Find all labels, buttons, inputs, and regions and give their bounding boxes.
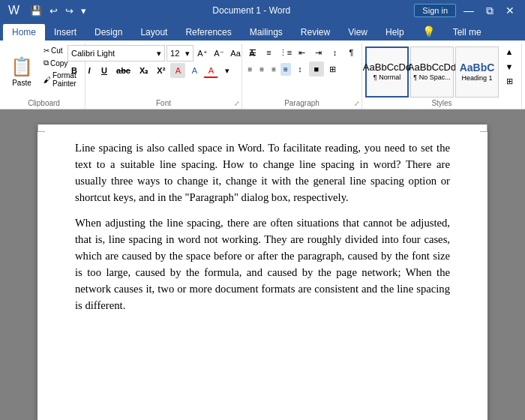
style-normal-preview: AaBbCcDd	[363, 62, 411, 72]
save-icon[interactable]: 💾	[28, 5, 44, 16]
paragraph-group: ☰ ≡ ⋮≡ ⇤ ⇥ ↕ ¶ ≡ ≡ ≡ ≡ ↕ ■ ⊞ Paragraph ⤢	[242, 44, 362, 109]
title-bar: W 💾 ↩ ↪ ▾ Document 1 - Word Sign in — ⧉ …	[0, 0, 525, 21]
paragraph-controls: ☰ ≡ ⋮≡ ⇤ ⇥ ↕ ¶ ≡ ≡ ≡ ≡ ↕ ■ ⊞	[245, 45, 359, 76]
font-controls: Calibri Light ▾ 12 ▾ A⁺ A⁻ Aa A B I U ab…	[68, 45, 260, 78]
style-no-space[interactable]: AaBbCcDd ¶ No Spac...	[410, 46, 454, 98]
decrease-font-button[interactable]: A⁻	[212, 46, 226, 61]
font-color-dropdown[interactable]: ▾	[220, 63, 235, 78]
styles-up-button[interactable]: ▲	[502, 44, 517, 59]
bullets-button[interactable]: ☰	[245, 45, 260, 60]
styles-expand-button[interactable]: ⊞	[502, 74, 517, 89]
underline-button[interactable]: U	[98, 64, 111, 76]
corner-mark-tl	[38, 124, 45, 132]
strikethrough-button[interactable]: abc	[112, 64, 134, 76]
corner-mark-tr	[480, 124, 488, 132]
tab-insert[interactable]: Insert	[45, 24, 86, 40]
document-area: Line spacing is also called space in Wor…	[0, 110, 525, 420]
font-group-label: Font	[86, 99, 242, 107]
text-highlight-button[interactable]: A	[187, 63, 202, 78]
align-justify-button[interactable]: ≡	[280, 63, 291, 76]
word-icon: W	[6, 4, 22, 17]
document-paragraph-2: When adjusting the line spacing, there a…	[75, 214, 450, 314]
tab-review[interactable]: Review	[292, 24, 339, 40]
font-format-row: B I U abc X₂ X² A A A ▾	[68, 63, 260, 78]
sort-button[interactable]: ↕	[328, 45, 343, 60]
subscript-button[interactable]: X₂	[136, 64, 152, 77]
style-heading1[interactable]: AaBbC Heading 1	[455, 46, 499, 98]
window-controls: Sign in — ⧉ ✕	[414, 4, 519, 17]
borders-button[interactable]: ⊞	[326, 62, 340, 76]
style-normal[interactable]: AaBbCcDd ¶ Normal	[365, 46, 409, 98]
change-case-button[interactable]: Aa	[228, 46, 243, 61]
copy-icon: ⧉	[44, 58, 49, 68]
font-size-selector[interactable]: 12 ▾	[166, 45, 194, 62]
superscript-button[interactable]: X²	[153, 64, 169, 76]
multilevel-list-button[interactable]: ⋮≡	[278, 45, 293, 60]
line-spacing-button[interactable]: ↕	[292, 62, 308, 76]
clipboard-label: Clipboard	[3, 99, 85, 107]
font-expand-button[interactable]: ⤢	[234, 100, 240, 107]
paragraph-align-row: ≡ ≡ ≡ ≡ ↕ ■ ⊞	[245, 62, 359, 76]
signin-button[interactable]: Sign in	[414, 4, 456, 17]
cut-icon: ✂	[44, 46, 50, 55]
paragraph-expand-button[interactable]: ⤢	[354, 100, 360, 107]
style-nospace-label: ¶ No Spac...	[413, 74, 450, 81]
styles-group-label: Styles	[362, 99, 521, 107]
styles-group: AaBbCcDd ¶ Normal AaBbCcDd ¶ No Spac... …	[362, 44, 522, 109]
tab-mailings[interactable]: Mailings	[241, 24, 292, 40]
tab-tellme[interactable]: Tell me	[444, 24, 490, 40]
restore-button[interactable]: ⧉	[482, 4, 498, 17]
decrease-indent-button[interactable]: ⇤	[295, 45, 310, 60]
increase-font-button[interactable]: A⁺	[195, 46, 210, 61]
align-left-button[interactable]: ≡	[245, 63, 256, 76]
paste-button[interactable]: 📋 Paste	[6, 45, 38, 98]
styles-down-button[interactable]: ▼	[502, 59, 517, 74]
close-button[interactable]: ✕	[501, 4, 519, 16]
redo-icon[interactable]: ↪	[63, 5, 76, 16]
shading-button[interactable]: ■	[309, 62, 324, 76]
tab-lightbulb[interactable]: 💡	[413, 22, 444, 40]
ribbon: 📋 Paste ✂ Cut ⧉ Copy 🖌 Format Painter Cl…	[0, 40, 525, 110]
tab-references[interactable]: References	[176, 24, 240, 40]
font-color-button[interactable]: A	[203, 63, 218, 78]
bold-button[interactable]: B	[68, 64, 81, 76]
document-paragraph-1: Line spacing is also called space in Wor…	[75, 140, 450, 206]
font-name-selector[interactable]: Calibri Light ▾	[68, 45, 165, 62]
undo-icon[interactable]: ↩	[47, 5, 60, 16]
style-h1-preview: AaBbC	[460, 62, 495, 73]
document-page[interactable]: Line spacing is also called space in Wor…	[38, 124, 488, 420]
ribbon-tab-bar: Home Insert Design Layout References Mai…	[0, 21, 525, 40]
paragraph-group-label: Paragraph	[242, 99, 362, 107]
style-normal-label: ¶ Normal	[374, 74, 400, 81]
align-center-button[interactable]: ≡	[256, 63, 267, 76]
increase-indent-button[interactable]: ⇥	[311, 45, 326, 60]
tab-design[interactable]: Design	[86, 24, 131, 40]
window-title: Document 1 - Word	[88, 5, 414, 16]
font-name-dropdown-icon[interactable]: ▾	[157, 49, 161, 58]
text-effects-button[interactable]: A	[170, 63, 185, 78]
style-h1-label: Heading 1	[461, 74, 492, 82]
tab-home[interactable]: Home	[3, 24, 45, 40]
tab-help[interactable]: Help	[376, 24, 413, 40]
italic-button[interactable]: I	[82, 64, 96, 76]
tab-view[interactable]: View	[339, 24, 376, 40]
minimize-button[interactable]: —	[459, 4, 478, 16]
format-painter-icon: 🖌	[44, 76, 51, 84]
font-group: Calibri Light ▾ 12 ▾ A⁺ A⁻ Aa A B I U ab…	[86, 44, 242, 109]
show-marks-button[interactable]: ¶	[344, 45, 359, 60]
tab-layout[interactable]: Layout	[131, 24, 176, 40]
quick-access-toolbar: W 💾 ↩ ↪ ▾	[6, 4, 88, 17]
numbering-button[interactable]: ≡	[262, 45, 277, 60]
paragraph-list-row: ☰ ≡ ⋮≡ ⇤ ⇥ ↕ ¶	[245, 45, 359, 60]
customize-icon[interactable]: ▾	[79, 5, 88, 16]
align-right-button[interactable]: ≡	[268, 63, 279, 76]
style-nospace-preview: AaBbCcDd	[408, 62, 456, 72]
font-size-dropdown-icon[interactable]: ▾	[185, 49, 190, 58]
font-selector-row: Calibri Light ▾ 12 ▾ A⁺ A⁻ Aa A	[68, 45, 260, 62]
